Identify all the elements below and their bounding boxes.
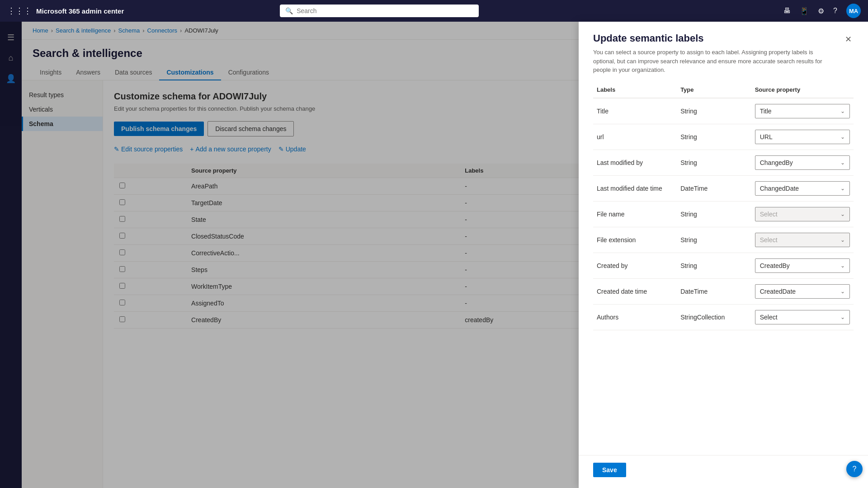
type-cell: DateTime: [677, 278, 751, 304]
select-value: ChangedBy: [760, 159, 793, 166]
side-panel: Update semantic labels You can select a …: [579, 22, 868, 488]
chevron-down-icon: ⌄: [840, 160, 845, 166]
label-cell: Authors: [593, 304, 677, 330]
help-fab[interactable]: ?: [846, 461, 863, 477]
type-cell: String: [677, 150, 751, 175]
label-cell: File extension: [593, 227, 677, 253]
type-cell: String: [677, 98, 751, 124]
label-cell: Created by: [593, 253, 677, 278]
help-icon[interactable]: ?: [833, 7, 837, 15]
select-value: Select: [760, 211, 778, 218]
labels-table: Labels Type Source property Title String…: [593, 82, 854, 330]
close-panel-button[interactable]: ✕: [843, 33, 854, 46]
label-cell: Last modified date time: [593, 175, 677, 201]
source-select[interactable]: URL ⌄: [755, 130, 850, 144]
chevron-down-icon: ⌄: [840, 263, 845, 269]
chevron-down-icon: ⌄: [840, 211, 845, 217]
label-row: Last modified date time DateTime Changed…: [593, 175, 854, 201]
source-cell: Select ⌄: [751, 227, 854, 253]
source-select: Select ⌄: [755, 233, 850, 247]
label-cell: Title: [593, 98, 677, 124]
topbar-title: Microsoft 365 admin center: [36, 7, 124, 15]
label-cell: Last modified by: [593, 150, 677, 175]
chevron-down-icon: ⌄: [840, 108, 845, 114]
label-row: Created by String CreatedBy ⌄: [593, 253, 854, 278]
label-row: File name String Select ⌄: [593, 201, 854, 227]
source-select[interactable]: ChangedBy ⌄: [755, 155, 850, 170]
label-cell: url: [593, 124, 677, 150]
side-panel-header-content: Update semantic labels You can select a …: [593, 33, 836, 75]
source-cell: ChangedDate ⌄: [751, 175, 854, 201]
label-cell: File name: [593, 201, 677, 227]
label-row: File extension String Select ⌄: [593, 227, 854, 253]
label-cell: Created date time: [593, 278, 677, 304]
side-panel-title: Update semantic labels: [593, 33, 836, 44]
side-panel-footer: Save: [579, 455, 868, 488]
label-row: Authors StringCollection Select ⌄: [593, 304, 854, 330]
label-row: Created date time DateTime CreatedDate ⌄: [593, 278, 854, 304]
source-select: Select ⌄: [755, 207, 850, 221]
mobile-icon[interactable]: 📱: [800, 7, 809, 15]
topbar-search-box: 🔍: [280, 5, 479, 17]
source-select[interactable]: ChangedDate ⌄: [755, 181, 850, 196]
settings-icon[interactable]: ⚙: [818, 7, 824, 15]
label-row: Last modified by String ChangedBy ⌄: [593, 150, 854, 175]
source-cell: URL ⌄: [751, 124, 854, 150]
monitor-icon[interactable]: 🖶: [783, 7, 791, 15]
source-cell: Title ⌄: [751, 98, 854, 124]
col-header-source: Source property: [751, 82, 854, 98]
source-select[interactable]: Title ⌄: [755, 104, 850, 118]
side-panel-header: Update semantic labels You can select a …: [579, 22, 868, 82]
source-select[interactable]: Select ⌄: [755, 310, 850, 324]
type-cell: StringCollection: [677, 304, 751, 330]
chevron-down-icon: ⌄: [840, 288, 845, 295]
topbar-icons: 🖶 📱 ⚙ ? MA: [783, 4, 861, 18]
select-value: CreatedBy: [760, 262, 790, 269]
topbar: ⋮⋮⋮ Microsoft 365 admin center 🔍 🖶 📱 ⚙ ?…: [0, 0, 868, 22]
chevron-down-icon: ⌄: [840, 314, 845, 320]
type-cell: String: [677, 124, 751, 150]
source-select[interactable]: CreatedDate ⌄: [755, 284, 850, 299]
col-header-type: Type: [677, 82, 751, 98]
search-input[interactable]: [297, 7, 473, 14]
select-value: Title: [760, 108, 772, 115]
select-value: Select: [760, 236, 778, 244]
search-icon: 🔍: [285, 7, 293, 14]
select-value: CreatedDate: [760, 288, 796, 295]
col-header-labels: Labels: [593, 82, 677, 98]
source-cell: Select ⌄: [751, 201, 854, 227]
source-select[interactable]: CreatedBy ⌄: [755, 258, 850, 273]
side-panel-description: You can select a source property to assi…: [593, 48, 836, 75]
save-button[interactable]: Save: [593, 463, 626, 477]
type-cell: String: [677, 227, 751, 253]
topbar-logo: ⋮⋮⋮ Microsoft 365 admin center: [7, 6, 124, 16]
label-row: url String URL ⌄: [593, 124, 854, 150]
select-value: Select: [760, 314, 778, 321]
type-cell: String: [677, 253, 751, 278]
type-cell: DateTime: [677, 175, 751, 201]
waffle-icon[interactable]: ⋮⋮⋮: [7, 6, 32, 16]
chevron-down-icon: ⌄: [840, 134, 845, 140]
source-cell: CreatedDate ⌄: [751, 278, 854, 304]
select-value: ChangedDate: [760, 185, 799, 192]
source-cell: ChangedBy ⌄: [751, 150, 854, 175]
side-panel-body: Labels Type Source property Title String…: [579, 82, 868, 455]
label-row: Title String Title ⌄: [593, 98, 854, 124]
source-cell: CreatedBy ⌄: [751, 253, 854, 278]
source-cell: Select ⌄: [751, 304, 854, 330]
chevron-down-icon: ⌄: [840, 237, 845, 243]
type-cell: String: [677, 201, 751, 227]
select-value: URL: [760, 133, 773, 141]
avatar[interactable]: MA: [846, 4, 861, 18]
chevron-down-icon: ⌄: [840, 185, 845, 192]
